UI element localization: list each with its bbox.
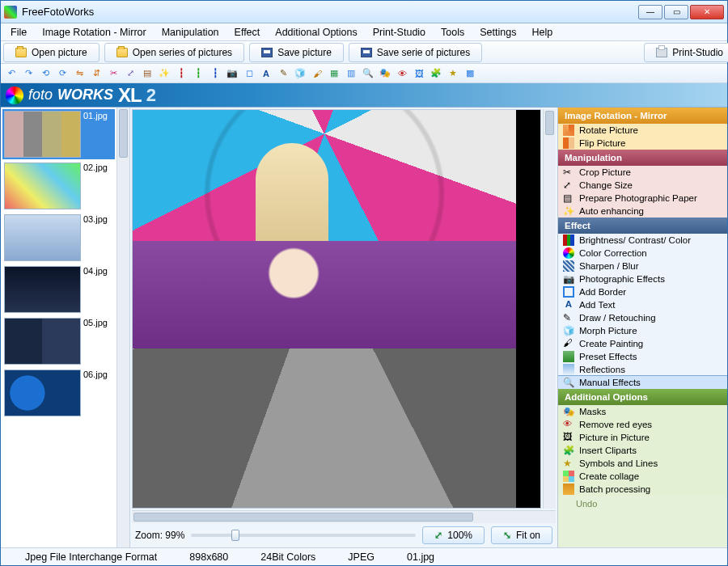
op-sharpen-blur[interactable]: Sharpen / Blur (558, 260, 727, 272)
thumbnail-item[interactable]: 03.jpg (2, 213, 115, 263)
op-prepare-paper[interactable]: ▤Prepare Photographic Paper (558, 192, 727, 205)
reflection-icon[interactable]: ▥ (344, 66, 358, 81)
op-add-border[interactable]: Add Border (558, 285, 727, 298)
open-picture-label: Open picture (32, 47, 87, 58)
brightness-icon[interactable]: ┇ (174, 66, 188, 81)
op-crop-picture[interactable]: ✂Crop Picture (558, 166, 727, 179)
preset-icon[interactable]: ▦ (327, 66, 341, 81)
menu-file[interactable]: File (4, 25, 33, 40)
clipart-icon[interactable]: 🧩 (429, 66, 443, 81)
menu-settings[interactable]: Settings (473, 25, 523, 40)
menubar: File Image Rotation - Mirror Manipulatio… (1, 23, 727, 41)
mask-icon[interactable]: 🎭 (378, 66, 392, 81)
thumbnail-item[interactable]: 02.jpg (2, 161, 115, 211)
draw-icon[interactable]: ✎ (276, 66, 290, 81)
op-photo-effects[interactable]: 📷Photographic Effects (558, 272, 727, 285)
open-series-button[interactable]: Open series of pictures (104, 43, 244, 62)
redeye-icon[interactable]: 👁 (395, 66, 409, 81)
collage-icon[interactable]: ▩ (463, 66, 477, 81)
op-manual-effects[interactable]: 🔍Manual Effects (558, 376, 727, 389)
paper-icon[interactable]: ▤ (140, 66, 154, 81)
op-label: Brightness/ Contrast/ Color (579, 235, 691, 245)
menu-additional-options[interactable]: Additional Options (269, 25, 363, 40)
menu-image-rotation[interactable]: Image Rotation - Mirror (36, 25, 153, 40)
manual-fx-icon[interactable]: 🔍 (361, 66, 375, 81)
zoom-slider[interactable] (191, 534, 416, 537)
op-brightness[interactable]: Brightness/ Contrast/ Color (558, 234, 727, 247)
resize-icon[interactable]: ⤢ (123, 66, 138, 81)
flip-v-icon[interactable]: ⇵ (89, 66, 104, 81)
op-label: Rotate Picture (579, 125, 638, 135)
image-canvas[interactable] (132, 109, 541, 509)
rotate-cw-icon[interactable]: ⟳ (55, 66, 70, 81)
op-auto-enhance[interactable]: ✨Auto enhancing (558, 205, 727, 218)
op-add-text[interactable]: AAdd Text (558, 298, 727, 311)
menu-tools[interactable]: Tools (434, 25, 471, 40)
shapes-icon[interactable]: ★ (446, 66, 460, 81)
thumbnail-item[interactable]: 04.jpg (2, 264, 115, 315)
print-studio-button[interactable]: Print-Studio (644, 43, 728, 62)
canvas-hscrollbar[interactable] (132, 510, 556, 523)
panel-head-effect: Effect (558, 218, 727, 234)
camera-icon[interactable]: 📷 (225, 66, 239, 81)
preset-icon (563, 351, 574, 362)
thumbnail-image (4, 318, 81, 365)
crop-icon[interactable]: ✂ (106, 66, 121, 81)
paint-icon[interactable]: 🖌 (310, 66, 324, 81)
op-label: Masks (579, 407, 606, 416)
op-morph[interactable]: 🧊Morph Picture (558, 324, 727, 337)
thumbnail-item[interactable]: 05.jpg (2, 316, 115, 366)
border-icon[interactable]: ◻ (242, 66, 256, 81)
morph-icon[interactable]: 🧊 (293, 66, 307, 81)
op-collage[interactable]: Create collage (558, 470, 727, 483)
workspace: 01.jpg 02.jpg 03.jpg 04.jpg 05.jpg 06.jp… (1, 108, 727, 547)
maximize-button[interactable]: ▭ (664, 5, 688, 19)
text-icon[interactable]: A (259, 66, 273, 81)
op-draw[interactable]: ✎Draw / Retouching (558, 311, 727, 324)
open-picture-button[interactable]: Open picture (3, 43, 99, 62)
color-correct-icon[interactable]: ┇ (191, 66, 205, 81)
thumbnail-item[interactable]: 06.jpg (2, 368, 115, 418)
op-color-correction[interactable]: Color Correction (558, 247, 727, 260)
text-icon: A (563, 299, 574, 310)
flip-h-icon[interactable]: ⇋ (72, 66, 87, 81)
main-toolbar: Open picture Open series of pictures Sav… (1, 41, 727, 64)
menu-effect[interactable]: Effect (228, 25, 267, 40)
op-pip[interactable]: 🖼Picture in Picture (558, 431, 727, 444)
op-batch[interactable]: Batch processing (558, 483, 727, 496)
op-cliparts[interactable]: 🧩Insert Cliparts (558, 444, 727, 457)
close-button[interactable]: ✕ (690, 5, 724, 19)
status-dimensions: 898x680 (189, 551, 228, 563)
auto-enhance-icon[interactable]: ✨ (157, 66, 171, 81)
zoom-fit-button[interactable]: ⤡Fit on (491, 526, 552, 544)
op-masks[interactable]: 🎭Masks (558, 405, 727, 418)
save-picture-button[interactable]: Save picture (249, 43, 344, 62)
eye-icon: 👁 (563, 419, 574, 430)
minimize-button[interactable]: — (638, 5, 662, 19)
op-redeye[interactable]: 👁Remove red eyes (558, 418, 727, 431)
menu-print-studio[interactable]: Print-Studio (366, 25, 432, 40)
zoom-100-button[interactable]: ⤢100% (422, 526, 485, 544)
preview-bottom (133, 348, 516, 508)
undo-icon[interactable]: ↶ (4, 66, 19, 81)
rotate-ccw-icon[interactable]: ⟲ (38, 66, 53, 81)
sharpen-icon[interactable]: ┇ (208, 66, 222, 81)
pip-icon[interactable]: 🖼 (412, 66, 426, 81)
canvas-vscrollbar[interactable] (543, 109, 556, 509)
op-painting[interactable]: 🖌Create Painting (558, 337, 727, 350)
op-label: Color Correction (579, 248, 647, 258)
menu-help[interactable]: Help (525, 25, 559, 40)
thumbnail-scrollbar[interactable] (116, 108, 129, 547)
op-rotate-picture[interactable]: Rotate Picture (558, 124, 727, 137)
undo-link[interactable]: Undo (558, 496, 727, 512)
redo-icon[interactable]: ↷ (21, 66, 36, 81)
thumbnail-item[interactable]: 01.jpg (2, 109, 115, 159)
op-preset[interactable]: Preset Effects (558, 350, 727, 363)
op-change-size[interactable]: ⤢Change Size (558, 179, 727, 192)
thumbnail-image (4, 214, 81, 261)
op-symbols[interactable]: ★Symbols and Lines (558, 457, 727, 470)
menu-manipulation[interactable]: Manipulation (155, 25, 226, 40)
op-flip-picture[interactable]: Flip Picture (558, 137, 727, 150)
save-series-button[interactable]: Save serie of pictures (349, 43, 482, 62)
op-reflections[interactable]: Reflections (558, 363, 727, 376)
